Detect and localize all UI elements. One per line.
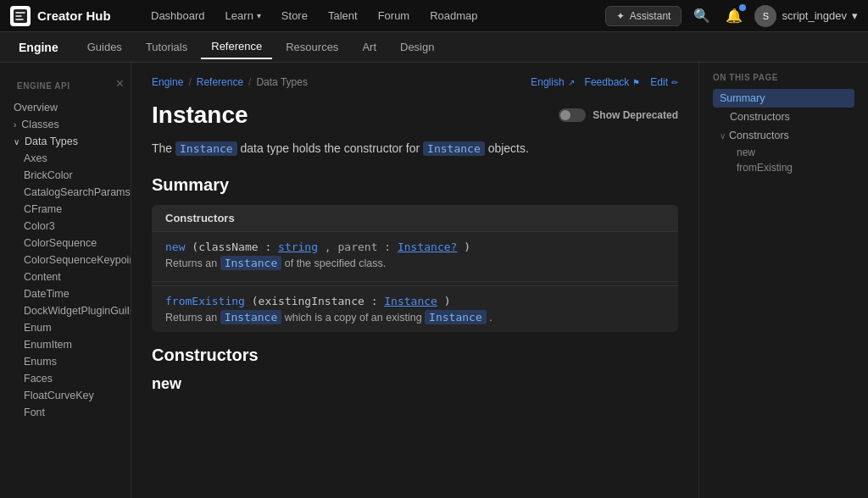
sidebar-item-catalogsearchparams[interactable]: CatalogSearchParams	[0, 184, 131, 201]
subnav-guides[interactable]: Guides	[77, 36, 132, 58]
english-link[interactable]: English ↗	[531, 76, 574, 88]
deprecated-toggle-switch[interactable]	[559, 108, 586, 122]
nav-roadmap[interactable]: Roadmap	[421, 6, 486, 25]
toc-constructors-sub[interactable]: Constructors	[713, 108, 854, 126]
user-chevron: ▾	[852, 9, 858, 22]
new-fn-name[interactable]: new	[165, 241, 185, 253]
desc-middle: data type holds the constructor for	[241, 141, 424, 155]
breadcrumb-engine[interactable]: Engine	[152, 76, 183, 88]
sidebar-item-label: EnumItem	[24, 339, 72, 351]
sidebar-item-label: ColorSequence	[24, 237, 97, 249]
flag-icon: ⚑	[632, 78, 640, 87]
subnav-tutorials[interactable]: Tutorials	[136, 36, 198, 58]
fromexisting-fn-name[interactable]: fromExisting	[165, 295, 245, 307]
toc-constructors-group-label: Constructors	[729, 130, 789, 141]
main-content: Engine / Reference / Data Types English …	[131, 63, 698, 498]
instance-ref-4[interactable]: Instance	[220, 310, 282, 324]
assistant-icon: ✦	[616, 10, 625, 22]
notifications-button[interactable]: 🔔	[722, 4, 746, 27]
toc-summary[interactable]: Summary	[713, 89, 854, 108]
subnav-design[interactable]: Design	[390, 36, 444, 58]
sidebar: ENGINE API × Overview › Classes ∨ Data T…	[0, 63, 131, 498]
sidebar-item-label: Color3	[24, 220, 55, 232]
sidebar-item-classes[interactable]: › Classes	[0, 116, 131, 133]
breadcrumb-datatypes: Data Types	[256, 76, 307, 88]
new-heading: new	[152, 375, 678, 393]
show-deprecated-toggle[interactable]: Show Deprecated	[559, 108, 678, 122]
instance-ref-3[interactable]: Instance	[220, 256, 282, 270]
sidebar-item-faces[interactable]: Faces	[0, 370, 131, 387]
sidebar-section-label: ENGINE API	[7, 75, 80, 94]
sidebar-item-brickcolor[interactable]: BrickColor	[0, 167, 131, 184]
sidebar-item-enum[interactable]: Enum	[0, 319, 131, 336]
pencil-icon: ✏	[671, 78, 678, 87]
feedback-link[interactable]: Feedback ⚑	[585, 76, 641, 88]
sidebar-item-cframe[interactable]: CFrame	[0, 201, 131, 218]
top-nav-links: Dashboard Learn Store Talent Forum Roadm…	[142, 6, 592, 25]
constructor-row-fromexisting: fromExisting (existingInstance : Instanc…	[152, 285, 678, 332]
new-params-open: (className :	[192, 241, 278, 253]
nav-forum[interactable]: Forum	[370, 6, 419, 25]
param-sep: , parent :	[325, 241, 398, 253]
toc-fromexisting[interactable]: fromExisting	[713, 160, 854, 175]
instance-ref-2[interactable]: Instance	[423, 141, 485, 156]
english-label: English	[531, 76, 564, 88]
notification-badge	[739, 4, 746, 11]
sidebar-item-content[interactable]: Content	[0, 268, 131, 285]
toc-constructors-group[interactable]: ∨ Constructors	[713, 126, 854, 145]
constructor-new-desc: Returns an Instance of the specified cla…	[165, 257, 665, 269]
fromexisting-params-close: )	[444, 295, 451, 307]
constructor-fromexisting-sig: fromExisting (existingInstance : Instanc…	[165, 295, 665, 307]
sidebar-item-label: Axes	[24, 152, 47, 164]
toc-new[interactable]: new	[713, 145, 854, 160]
subnav-resources[interactable]: Resources	[275, 36, 348, 58]
sidebar-item-label: FloatCurveKey	[24, 390, 94, 401]
sidebar-item-color3[interactable]: Color3	[0, 218, 131, 235]
page-title: Instance	[152, 102, 248, 129]
desc-suffix: objects.	[488, 141, 529, 155]
sidebar-item-label: Font	[24, 407, 45, 418]
toggle-knob	[560, 110, 570, 120]
sidebar-item-enumitem[interactable]: EnumItem	[0, 336, 131, 353]
sidebar-item-overview[interactable]: Overview	[0, 99, 131, 116]
user-menu[interactable]: S script_ingdev ▾	[754, 5, 858, 27]
breadcrumb: Engine / Reference / Data Types English …	[152, 76, 678, 88]
search-button[interactable]: 🔍	[690, 4, 714, 27]
sidebar-item-floatcurvekey[interactable]: FloatCurveKey	[0, 387, 131, 404]
breadcrumb-sep-1: /	[188, 76, 191, 88]
instance-optional-type-ref[interactable]: Instance?	[398, 241, 457, 253]
constructors-heading: Constructors	[152, 346, 678, 365]
string-type-ref[interactable]: string	[278, 241, 318, 253]
edit-link[interactable]: Edit ✏	[650, 76, 678, 88]
nav-store[interactable]: Store	[273, 6, 316, 25]
nav-dashboard[interactable]: Dashboard	[142, 6, 214, 25]
sidebar-item-axes[interactable]: Axes	[0, 150, 131, 167]
constructors-table-header: Constructors	[152, 205, 678, 231]
breadcrumb-reference[interactable]: Reference	[197, 76, 243, 88]
top-nav: Creator Hub Dashboard Learn Store Talent…	[0, 0, 868, 32]
username: script_ingdev	[782, 9, 847, 22]
nav-talent[interactable]: Talent	[320, 6, 366, 25]
sidebar-item-label: Faces	[24, 373, 53, 385]
assistant-button[interactable]: ✦ Assistant	[605, 6, 682, 26]
right-sidebar: ON THIS PAGE Summary Constructors ∨ Cons…	[698, 63, 868, 498]
sidebar-item-colorsequence[interactable]: ColorSequence	[0, 235, 131, 252]
sidebar-item-colorsequencekeypoint[interactable]: ColorSequenceKeypoint	[0, 252, 131, 268]
sidebar-item-datetime[interactable]: DateTime	[0, 285, 131, 302]
logo-text: Creator Hub	[37, 8, 111, 23]
nav-learn[interactable]: Learn	[217, 6, 270, 25]
sidebar-item-dockwidget[interactable]: DockWidgetPluginGuiInfo	[0, 302, 131, 319]
external-link-icon: ↗	[568, 78, 575, 87]
sidebar-item-label: CFrame	[24, 203, 62, 215]
sidebar-close-button[interactable]: ×	[116, 76, 124, 91]
sidebar-item-enums[interactable]: Enums	[0, 353, 131, 370]
logo[interactable]: Creator Hub	[10, 6, 129, 26]
subnav-reference[interactable]: Reference	[201, 35, 272, 59]
sidebar-item-datatypes[interactable]: ∨ Data Types	[0, 133, 131, 150]
instance-ref-5[interactable]: Instance	[425, 310, 487, 324]
instance-ref-1[interactable]: Instance	[175, 141, 237, 156]
fromexisting-params-open: (existingInstance :	[252, 295, 385, 307]
sidebar-item-font[interactable]: Font	[0, 404, 131, 421]
instance-type-ref[interactable]: Instance	[384, 295, 437, 307]
subnav-art[interactable]: Art	[352, 36, 387, 58]
